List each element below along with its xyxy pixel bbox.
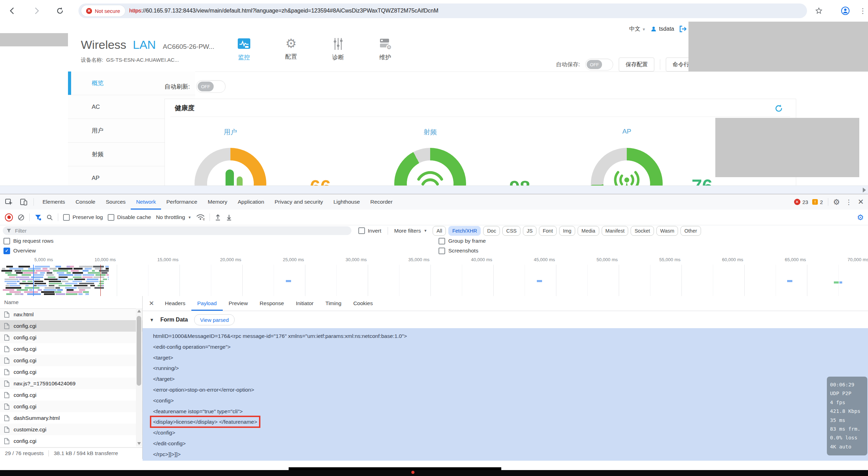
save-config-button[interactable]: 保存配置 [619,58,654,71]
devtools-tab[interactable]: Privacy and security [269,194,328,210]
payload-tab[interactable]: Payload [191,296,223,311]
back-icon[interactable] [6,5,18,17]
warning-badge[interactable]: ! 2 [812,199,823,205]
page-scrollbar[interactable] [0,186,868,194]
nav-diagnose[interactable]: 诊断 [319,37,357,61]
overview-option[interactable]: ✓ Overview [3,248,439,254]
devtools-tab[interactable]: Performance [161,194,203,210]
settings-gear-icon[interactable]: ⚙ [833,198,840,206]
scroll-right-icon[interactable] [863,188,866,192]
disable-cache-option[interactable]: Disable cache [108,214,151,221]
devtools-tab[interactable]: Elements [37,194,70,210]
request-row[interactable]: config.cgi [0,401,142,412]
devtools-tab[interactable]: Memory [203,194,233,210]
payload-tab[interactable]: Cookies [347,296,379,311]
bookmark-star-icon[interactable] [813,5,825,17]
request-row[interactable]: config.cgi [0,366,142,378]
request-type-chip[interactable]: JS [523,226,536,236]
screenshots-option[interactable]: Screenshots [439,248,478,254]
devtools-menu-icon[interactable]: ⋮ [845,198,852,206]
request-type-chip[interactable]: All [433,226,446,236]
url-text[interactable]: https://60.165.97.132:8443/view/main/def… [129,8,439,14]
devtools-tab[interactable]: Sources [101,194,131,210]
record-icon[interactable] [5,213,13,221]
nav-maintain[interactable]: ⚙ 维护 [366,37,404,61]
disable-cache-checkbox[interactable] [108,214,114,221]
screenshots-checkbox[interactable] [439,248,445,254]
reload-icon[interactable] [54,5,66,17]
autosave-toggle[interactable]: OFF [585,59,613,70]
request-type-chip[interactable]: Manifest [602,226,629,236]
export-har-icon[interactable] [226,214,232,221]
error-badge[interactable]: ✕ 23 [794,199,808,205]
filter-input[interactable]: Filter [3,226,351,235]
request-row[interactable]: config.cgi [0,435,142,447]
language-selector[interactable]: 中文 ▼ [629,25,646,33]
request-row[interactable]: config.cgi [0,389,142,401]
devtools-tab[interactable]: Console [70,194,101,210]
clear-icon[interactable] [18,214,24,221]
network-overview[interactable] [0,265,868,296]
request-row[interactable]: dashSummary.html [0,412,142,424]
network-settings-gear-icon[interactable]: ⚙ [857,213,864,222]
group-by-frame-option[interactable]: Group by frame [439,238,486,244]
big-request-rows-option[interactable]: Big request rows [3,238,439,244]
group-by-frame-checkbox[interactable] [439,238,445,244]
autorefresh-toggle[interactable]: OFF [196,80,226,93]
profile-avatar-icon[interactable] [839,5,851,17]
forward-icon[interactable] [31,5,43,17]
devtools-tab[interactable]: Network [131,194,161,210]
request-row[interactable]: nav.js?_=1759106424069 [0,378,142,389]
nav-config[interactable]: ⚙ 配置 [272,37,310,61]
preserve-log-option[interactable]: Preserve log [63,214,103,221]
requests-scrollbar[interactable] [136,308,142,446]
search-icon[interactable] [46,214,53,221]
payload-tab[interactable]: Headers [159,296,191,311]
expand-triangle-icon[interactable]: ▼ [150,317,154,323]
request-type-chip[interactable]: Wasm [656,226,678,236]
invert-option[interactable]: Invert [358,227,381,234]
user-account[interactable]: tsdata [650,26,674,32]
request-row[interactable]: customize.cgi [0,424,142,435]
import-har-icon[interactable] [215,214,221,221]
request-row[interactable]: config.cgi [0,320,142,332]
request-type-chip[interactable]: Socket [631,226,654,236]
throttling-dropdown[interactable]: No throttling ▼ [156,214,191,220]
payload-tab[interactable]: Preview [223,296,254,311]
security-chip[interactable]: ✕ Not secure [81,5,125,16]
request-type-chip[interactable]: CSS [502,226,520,236]
payload-tab[interactable]: Initiator [290,296,320,311]
payload-tab[interactable]: Timing [319,296,347,311]
request-row[interactable]: config.cgi [0,332,142,343]
overview-checkbox[interactable]: ✓ [3,248,10,254]
view-parsed-button[interactable]: View parsed [194,314,235,325]
filter-icon[interactable] [35,214,41,221]
request-type-chip[interactable]: Fetch/XHR [448,226,481,236]
close-request-icon[interactable]: ✕ [143,300,159,307]
scrollbar-thumb[interactable] [137,316,141,386]
payload-tab[interactable]: Response [254,296,290,311]
network-conditions-icon[interactable]: ⚙ [196,214,205,221]
devtools-tab[interactable]: Recorder [365,194,398,210]
more-filters-dropdown[interactable]: More filters ▼ [394,228,427,234]
devtools-tab[interactable]: Application [233,194,269,210]
browser-menu-icon[interactable]: ⋮ [857,5,868,17]
request-row[interactable]: config.cgi [0,355,142,366]
logout-icon[interactable] [679,25,687,32]
request-type-chip[interactable]: Img [559,226,575,236]
address-bar[interactable]: ✕ Not secure https://60.165.97.132:8443/… [78,3,807,18]
request-type-chip[interactable]: Media [578,226,599,236]
request-type-chip[interactable]: Other [680,226,701,236]
device-toolbar-icon[interactable] [20,198,28,206]
invert-checkbox[interactable] [358,227,365,234]
big-request-rows-checkbox[interactable] [3,238,10,244]
scroll-down-icon[interactable] [137,442,141,445]
inspect-icon[interactable] [5,198,13,206]
request-row[interactable]: config.cgi [0,343,142,355]
request-type-chip[interactable]: Font [539,226,557,236]
name-column-header[interactable]: Name [0,296,142,309]
devtools-tab[interactable]: Lighthouse [328,194,365,210]
refresh-icon[interactable] [774,104,783,113]
preserve-log-checkbox[interactable] [63,214,70,221]
close-devtools-icon[interactable]: ✕ [858,198,864,206]
